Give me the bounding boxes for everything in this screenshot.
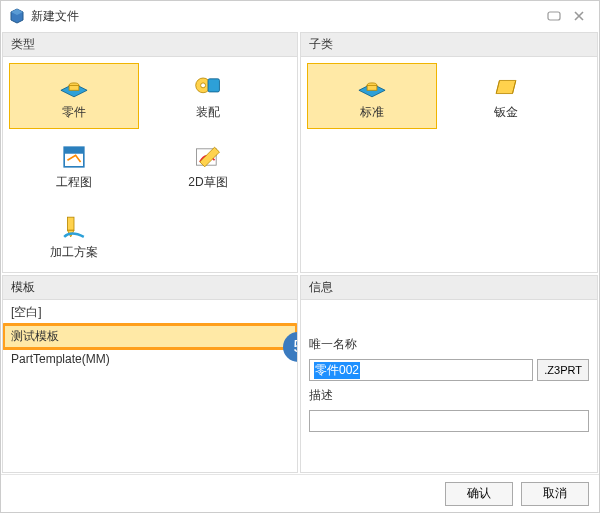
svg-rect-2 [69, 85, 79, 90]
type-label: 加工方案 [50, 244, 98, 261]
main-grid: 类型 零件 [1, 31, 599, 474]
template-header: 模板 [3, 276, 297, 300]
template-highlight: 测试模板 5 [3, 323, 297, 350]
ok-button[interactable]: 确认 [445, 482, 513, 506]
unique-name-value: 零件002 [314, 362, 360, 379]
unique-name-input[interactable]: 零件002 [309, 359, 533, 381]
drawing-icon [56, 142, 92, 172]
template-panel: 模板 [空白] 测试模板 5 PartTemplate(MM) [2, 275, 298, 473]
template-item-mm[interactable]: PartTemplate(MM) [3, 350, 297, 368]
template-item-test[interactable]: 测试模板 [5, 326, 295, 347]
svg-rect-0 [548, 12, 560, 20]
description-input[interactable] [309, 410, 589, 432]
subtype-panel: 子类 标准 [300, 32, 598, 273]
subtype-body: 标准 钣金 [301, 57, 597, 272]
subtype-header: 子类 [301, 33, 597, 57]
type-header: 类型 [3, 33, 297, 57]
camplan-icon [56, 212, 92, 242]
info-panel: 信息 唯一名称 零件002 .Z3PRT 描述 [300, 275, 598, 473]
subtype-item-sheetmetal[interactable]: 钣金 [441, 63, 571, 129]
subtype-label: 钣金 [494, 104, 518, 121]
extension-button[interactable]: .Z3PRT [537, 359, 589, 381]
type-item-sketch2d[interactable]: 2D草图 [143, 133, 273, 199]
part-icon [56, 72, 92, 102]
template-item-blank[interactable]: [空白] [3, 300, 297, 323]
type-item-assembly[interactable]: 装配 [143, 63, 273, 129]
titlebar: 新建文件 [1, 1, 599, 31]
type-label: 零件 [62, 104, 86, 121]
info-body: 唯一名称 零件002 .Z3PRT 描述 [301, 300, 597, 446]
svg-rect-5 [208, 78, 219, 91]
sheetmetal-icon [488, 72, 524, 102]
type-item-part[interactable]: 零件 [9, 63, 139, 129]
type-body: 零件 装配 [3, 57, 297, 272]
footer: 确认 取消 [1, 474, 599, 512]
assembly-icon [190, 72, 226, 102]
subtype-item-standard[interactable]: 标准 [307, 63, 437, 129]
svg-point-4 [201, 82, 206, 87]
svg-rect-7 [64, 147, 84, 154]
app-icon [9, 8, 25, 24]
dialog-title: 新建文件 [31, 8, 541, 25]
close-icon[interactable] [567, 10, 591, 22]
new-file-dialog: 新建文件 类型 零件 [0, 0, 600, 513]
description-label: 描述 [309, 387, 589, 404]
cancel-button[interactable]: 取消 [521, 482, 589, 506]
type-label: 2D草图 [188, 174, 227, 191]
subtype-label: 标准 [360, 104, 384, 121]
svg-rect-9 [67, 217, 74, 230]
svg-rect-11 [367, 85, 377, 90]
info-header: 信息 [301, 276, 597, 300]
type-item-drawing[interactable]: 工程图 [9, 133, 139, 199]
type-label: 装配 [196, 104, 220, 121]
sketch2d-icon [190, 142, 226, 172]
help-icon[interactable] [541, 10, 567, 22]
type-panel: 类型 零件 [2, 32, 298, 273]
type-label: 工程图 [56, 174, 92, 191]
unique-name-label: 唯一名称 [309, 336, 589, 353]
template-body: [空白] 测试模板 5 PartTemplate(MM) [3, 300, 297, 472]
type-item-camplan[interactable]: 加工方案 [9, 203, 139, 269]
standard-icon [354, 72, 390, 102]
